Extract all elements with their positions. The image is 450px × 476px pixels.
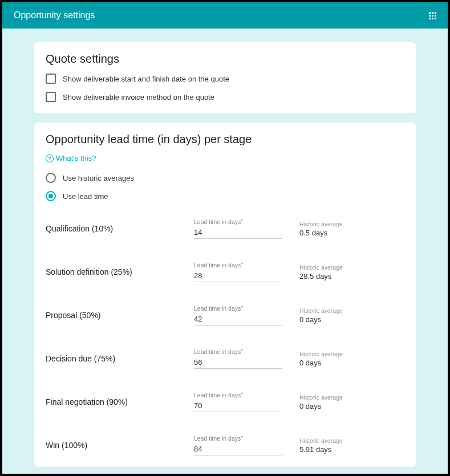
help-icon: ? <box>46 154 54 162</box>
historic-average-label: Historic average <box>299 351 379 357</box>
stage-name: Final negotiation (90%) <box>46 397 194 406</box>
historic-average-group: Historic average 0 days <box>299 394 379 410</box>
lead-time-input-label: Lead time in days" <box>194 435 282 442</box>
radio-icon[interactable] <box>46 191 56 201</box>
checkbox-label: Show deliverable invoice method on the q… <box>63 93 214 101</box>
stages-list: Qualification (10%) Lead time in days" H… <box>46 218 404 455</box>
stage-row-qualification: Qualification (10%) Lead time in days" H… <box>46 218 404 239</box>
checkbox-icon[interactable] <box>46 92 56 102</box>
historic-average-value: 0.5 days <box>299 229 379 237</box>
historic-average-value: 5.91 days <box>299 445 379 454</box>
lead-time-input-group: Lead time in days" <box>194 348 282 369</box>
stage-row-final-negotiation: Final negotiation (90%) Lead time in day… <box>46 392 404 412</box>
historic-average-group: Historic average 0 days <box>299 351 379 367</box>
stage-name: Proposal (50%) <box>46 311 194 320</box>
stage-row-solution-definition: Solution definition (25%) Lead time in d… <box>46 262 404 282</box>
historic-average-label: Historic average <box>299 394 379 401</box>
lead-time-input-label: Lead time in days" <box>194 305 282 312</box>
historic-average-label: Historic average <box>299 437 379 444</box>
lead-time-input-group: Lead time in days" <box>194 218 282 239</box>
stage-name: Qualification (10%) <box>46 224 194 233</box>
historic-average-value: 0 days <box>299 359 379 367</box>
lead-time-input[interactable] <box>194 313 282 326</box>
historic-average-value: 0 days <box>299 402 379 410</box>
content-area: Quote settings Show deliverable start an… <box>2 29 448 474</box>
historic-average-value: 0 days <box>299 315 379 324</box>
lead-time-input[interactable] <box>194 226 282 239</box>
lead-time-input-label: Lead time in days" <box>194 218 282 225</box>
lead-time-input[interactable] <box>194 443 282 455</box>
historic-average-label: Historic average <box>299 307 379 314</box>
lead-time-input-label: Lead time in days" <box>194 392 282 398</box>
show-deliverable-dates-row[interactable]: Show deliverable start and finish date o… <box>46 74 404 84</box>
lead-time-input-label: Lead time in days" <box>194 348 282 355</box>
lead-time-input[interactable] <box>194 356 282 369</box>
radio-icon[interactable] <box>46 173 56 183</box>
lead-time-input[interactable] <box>194 270 282 282</box>
historic-average-group: Historic average 0.5 days <box>299 221 379 237</box>
lead-time-title: Opportunity lead time (in days) per stag… <box>46 133 404 146</box>
historic-average-group: Historic average 0 days <box>299 307 379 324</box>
checkbox-icon[interactable] <box>46 74 56 84</box>
show-invoice-method-row[interactable]: Show deliverable invoice method on the q… <box>46 92 404 102</box>
quote-settings-card: Quote settings Show deliverable start an… <box>34 42 416 113</box>
whats-this-link[interactable]: ? What's this? <box>46 154 404 162</box>
stage-name: Decision due (75%) <box>46 354 194 363</box>
quote-settings-title: Quote settings <box>46 52 404 66</box>
app-container: Opportunity settings Quote settings Show… <box>2 2 448 474</box>
stage-name: Solution definition (25%) <box>46 267 194 276</box>
use-lead-time-radio[interactable]: Use lead time <box>46 191 404 201</box>
radio-label: Use lead time <box>63 192 108 201</box>
lead-time-input-group: Lead time in days" <box>194 435 282 455</box>
use-historic-averages-radio[interactable]: Use historic averages <box>46 173 404 183</box>
stage-row-proposal: Proposal (50%) Lead time in days" Histor… <box>46 305 404 326</box>
apps-grid-icon[interactable] <box>429 12 436 19</box>
radio-label: Use historic averages <box>63 174 134 182</box>
lead-time-input-group: Lead time in days" <box>194 305 282 326</box>
page-title: Opportunity settings <box>14 10 95 21</box>
historic-average-label: Historic average <box>299 221 379 227</box>
stage-row-decision-due: Decision due (75%) Lead time in days" Hi… <box>46 348 404 369</box>
lead-time-input[interactable] <box>194 400 282 412</box>
lead-time-input-group: Lead time in days" <box>194 392 282 412</box>
historic-average-group: Historic average 5.91 days <box>299 437 379 454</box>
lead-time-input-label: Lead time in days" <box>194 262 282 268</box>
header: Opportunity settings <box>2 2 448 29</box>
lead-time-input-group: Lead time in days" <box>194 262 282 282</box>
checkbox-label: Show deliverable start and finish date o… <box>63 75 229 83</box>
stage-row-win: Win (100%) Lead time in days" Historic a… <box>46 435 404 455</box>
whats-this-label: What's this? <box>56 154 96 162</box>
historic-average-value: 28.5 days <box>299 272 379 280</box>
historic-average-group: Historic average 28.5 days <box>299 264 379 280</box>
lead-time-card: Opportunity lead time (in days) per stag… <box>34 123 416 467</box>
stage-name: Win (100%) <box>46 441 194 450</box>
historic-average-label: Historic average <box>299 264 379 271</box>
